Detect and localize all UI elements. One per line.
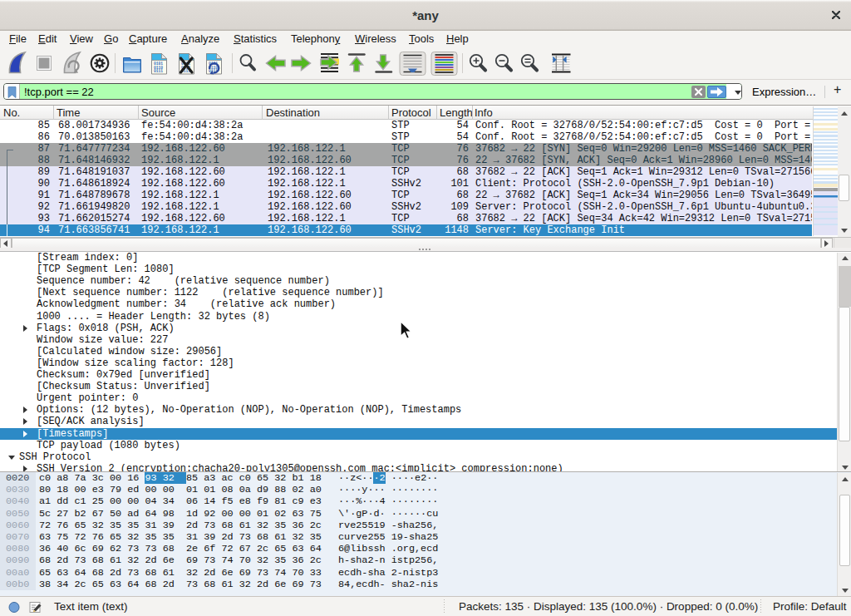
svg-text:0111: 0111 — [154, 69, 163, 73]
